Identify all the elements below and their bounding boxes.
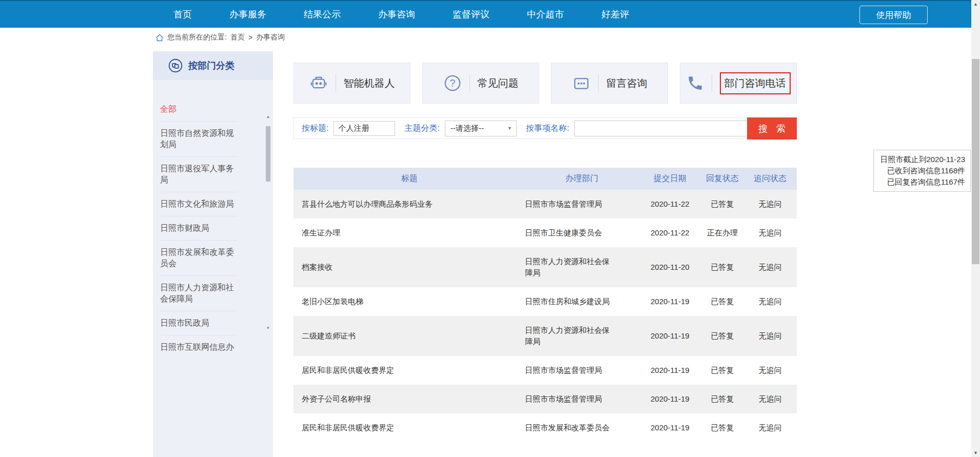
- tab-divider: [336, 74, 336, 92]
- table-row[interactable]: 老旧小区加装电梯 日照市住房和城乡建设局 2020-11-19 已答复 无追问: [293, 287, 797, 316]
- row-department: 日照市市场监督管理局: [525, 198, 639, 210]
- sidebar-item-finance[interactable]: 日照市财政局: [160, 216, 237, 241]
- table-row[interactable]: 档案接收 日照市人力资源和社会保障局 2020-11-20 已答复 无追问: [293, 247, 797, 287]
- table-row[interactable]: 莒县什么地方可以办理商品条形码业务 日照市市场监督管理局 2020-11-22 …: [293, 190, 797, 218]
- sidebar-item-all[interactable]: 全部: [160, 97, 237, 122]
- sidebar-item-development[interactable]: 日照市发展和改革委员会: [160, 241, 237, 276]
- row-department: 日照市住房和城乡建设局: [525, 296, 639, 307]
- nav-item-services[interactable]: 办事服务: [229, 8, 266, 21]
- row-reply-status: 已答复: [701, 422, 743, 433]
- phone-icon: [687, 74, 704, 92]
- row-department: 日照市人力资源和社会保障局: [525, 256, 639, 279]
- nav-items: 首页 办事服务 结果公示 办事咨询 监督评议 中介超市 好差评: [0, 8, 629, 21]
- row-reply-status: 已答复: [701, 330, 743, 342]
- sidebar-scrollbar-thumb[interactable]: [266, 126, 270, 182]
- col-header-reply: 回复状态: [701, 173, 743, 184]
- breadcrumb: 您当前所在的位置: 首页 > 办事咨询: [155, 33, 285, 42]
- row-follow-status: 无追问: [743, 262, 797, 273]
- category-select[interactable]: --请选择-- ▼: [445, 121, 517, 136]
- sidebar-header: 按部门分类: [153, 51, 273, 80]
- tab-divider: [469, 74, 470, 92]
- row-title[interactable]: 档案接收: [293, 262, 525, 273]
- col-header-dept: 办理部门: [525, 173, 639, 184]
- row-title[interactable]: 外资子公司名称申报: [293, 393, 525, 405]
- row-date: 2020-11-20: [639, 262, 701, 273]
- sidebar-item-hr-social[interactable]: 日照市人力资源和社会保障局: [160, 276, 237, 311]
- breadcrumb-current[interactable]: 办事咨询: [256, 33, 285, 42]
- message-icon: [572, 74, 591, 92]
- consultation-page: 首页 办事服务 结果公示 办事咨询 监督评议 中介超市 好差评 使用帮助 您当前…: [0, 0, 980, 457]
- col-header-title: 标题: [293, 173, 525, 184]
- category-icon: [168, 58, 183, 73]
- scroll-up-icon[interactable]: ▲: [971, 0, 980, 8]
- search-bar: 按标题: 主题分类: --请选择-- ▼ 按事项名称: ▼ 搜 索: [293, 117, 797, 139]
- row-reply-status: 已答复: [701, 393, 743, 405]
- category-label: 主题分类:: [404, 123, 439, 134]
- row-date: 2020-11-19: [639, 296, 701, 307]
- row-reply-status: 已答复: [701, 198, 743, 210]
- stats-line-received: 已收到咨询信息1168件: [879, 165, 965, 176]
- channel-tabs: 智能机器人 ? 常见问题 留言咨询: [293, 63, 797, 104]
- row-reply-status: 已答复: [701, 365, 743, 376]
- nav-item-rating[interactable]: 好差评: [601, 8, 629, 21]
- table-row[interactable]: 外资子公司名称申报 日照市市场监督管理局 2020-11-19 已答复 无追问: [293, 385, 797, 413]
- row-department: 日照市发展和改革委员会: [525, 422, 639, 433]
- row-title[interactable]: 莒县什么地方可以办理商品条形码业务: [293, 198, 525, 210]
- department-list: 全部 日照市自然资源和规划局 日照市退役军人事务局 日照市文化和旅游局 日照市财…: [160, 97, 237, 359]
- breadcrumb-home[interactable]: 首页: [230, 33, 245, 42]
- row-follow-status: 无追问: [743, 393, 797, 405]
- row-date: 2020-11-19: [639, 422, 701, 433]
- nav-item-supervision[interactable]: 监督评议: [453, 8, 489, 21]
- row-follow-status: 无追问: [743, 422, 797, 433]
- title-search-input[interactable]: [334, 121, 395, 136]
- search-button[interactable]: 搜 索: [747, 117, 797, 140]
- row-title[interactable]: 二级建造师证书: [293, 330, 525, 342]
- table-body: 莒县什么地方可以办理商品条形码业务 日照市市场监督管理局 2020-11-22 …: [293, 190, 797, 442]
- item-name-select[interactable]: ▼: [574, 121, 758, 136]
- stats-line-date: 日照市截止到2020-11-23: [879, 154, 965, 165]
- table-row[interactable]: 居民和非居民供暖收费界定 日照市市场监督管理局 2020-11-19 已答复 无…: [293, 356, 797, 385]
- scroll-down-icon[interactable]: ▼: [971, 449, 980, 457]
- sidebar-item-culture[interactable]: 日照市文化和旅游局: [160, 192, 237, 216]
- tab-smart-robot-label: 智能机器人: [344, 76, 395, 90]
- row-department: 日照市人力资源和社会保障局: [525, 325, 639, 347]
- nav-item-results[interactable]: 结果公示: [304, 8, 341, 21]
- page-scrollbar[interactable]: ▲ ▼: [971, 0, 980, 457]
- row-title[interactable]: 老旧小区加装电梯: [293, 296, 525, 307]
- sidebar-scrollbar[interactable]: ▲ ▼: [265, 114, 271, 331]
- help-button[interactable]: 使用帮助: [859, 6, 928, 24]
- scroll-up-icon[interactable]: ▲: [265, 114, 271, 120]
- consultation-table: 标题 办理部门 提交日期 回复状态 追问状态 莒县什么地方可以办理商品条形码业务…: [293, 168, 797, 442]
- sidebar-title: 按部门分类: [188, 59, 234, 72]
- sidebar-item-veterans[interactable]: 日照市退役军人事务局: [160, 157, 237, 192]
- row-follow-status: 无追问: [743, 365, 797, 376]
- table-row[interactable]: 二级建造师证书 日照市人力资源和社会保障局 2020-11-19 已答复 无追问: [293, 316, 797, 356]
- sidebar-item-civil[interactable]: 日照市民政局: [160, 311, 237, 335]
- tab-department-phone[interactable]: 部门咨询电话: [680, 63, 797, 104]
- department-sidebar: 按部门分类 全部 日照市自然资源和规划局 日照市退役军人事务局 日照市文化和旅游…: [153, 51, 273, 457]
- nav-item-consult[interactable]: 办事咨询: [378, 8, 415, 21]
- chevron-down-icon: ▼: [507, 126, 512, 131]
- tab-faq[interactable]: ? 常见问题: [422, 63, 539, 104]
- home-icon: [155, 34, 164, 42]
- scroll-down-icon[interactable]: ▼: [265, 325, 271, 331]
- breadcrumb-separator: >: [248, 33, 252, 42]
- row-reply-status: 正在办理: [701, 227, 743, 239]
- tab-smart-robot[interactable]: 智能机器人: [293, 63, 410, 104]
- tab-message-consult[interactable]: 留言咨询: [551, 63, 668, 104]
- row-title[interactable]: 准生证办理: [293, 227, 525, 239]
- row-title[interactable]: 居民和非居民供暖收费界定: [293, 422, 525, 433]
- svg-text:?: ?: [449, 77, 455, 89]
- row-follow-status: 无追问: [743, 227, 797, 239]
- sidebar-item-internet[interactable]: 日照市互联网信息办: [160, 335, 237, 359]
- page-scrollbar-thumb[interactable]: [972, 59, 979, 264]
- nav-item-home[interactable]: 首页: [173, 8, 192, 21]
- row-title[interactable]: 居民和非居民供暖收费界定: [293, 365, 525, 376]
- nav-item-agency[interactable]: 中介超市: [527, 8, 564, 21]
- table-row[interactable]: 准生证办理 日照市卫生健康委员会 2020-11-22 正在办理 无追问: [293, 218, 797, 247]
- item-name-label: 按事项名称:: [526, 123, 569, 134]
- sidebar-item-natural-resources[interactable]: 日照市自然资源和规划局: [160, 122, 237, 157]
- table-row[interactable]: 居民和非居民供暖收费界定 日照市发展和改革委员会 2020-11-19 已答复 …: [293, 413, 797, 442]
- row-date: 2020-11-22: [639, 227, 701, 239]
- col-header-follow: 追问状态: [743, 173, 797, 184]
